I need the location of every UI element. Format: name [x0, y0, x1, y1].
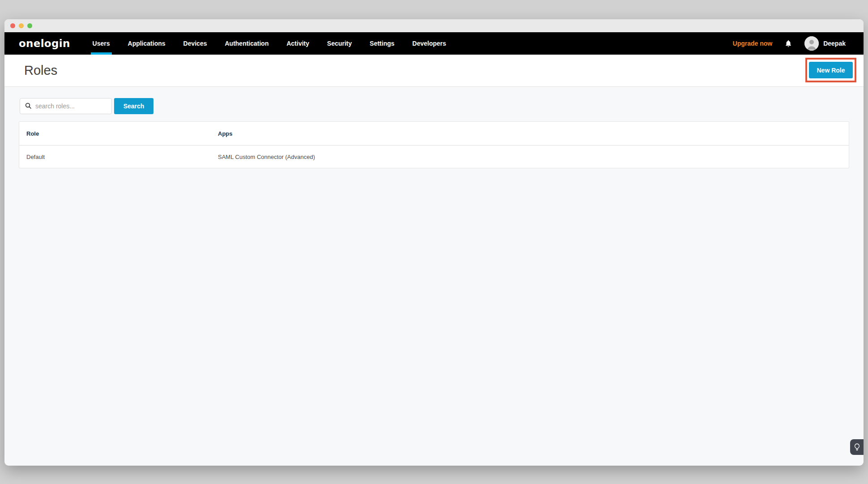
column-header-apps: Apps [218, 130, 849, 137]
upgrade-now-link[interactable]: Upgrade now [733, 40, 773, 47]
page-content: Search Role Apps Default SAML Custom Con… [4, 87, 864, 466]
role-apps-cell: SAML Custom Connector (Advanced) [218, 154, 849, 160]
zoom-window-button[interactable] [27, 23, 32, 28]
role-name-cell: Default [19, 154, 218, 160]
nav-item-users[interactable]: Users [93, 32, 110, 55]
nav-item-label: Developers [413, 40, 446, 47]
new-role-button[interactable]: New Role [809, 62, 853, 78]
nav-item-label: Authentication [225, 40, 268, 47]
nav-item-label: Devices [183, 40, 207, 47]
annotation-highlight-box: New Role [805, 58, 856, 82]
browser-window: onelogin Users Applications Devices Auth… [4, 19, 864, 466]
user-menu[interactable]: Deepak [804, 36, 846, 51]
nav-item-security[interactable]: Security [327, 32, 352, 55]
window-titlebar [4, 19, 864, 32]
nav-item-developers[interactable]: Developers [413, 32, 446, 55]
help-lightbulb-icon [854, 443, 860, 451]
roles-table-header: Role Apps [19, 122, 849, 146]
nav-item-label: Settings [370, 40, 394, 47]
desktop: onelogin Users Applications Devices Auth… [0, 0, 868, 484]
nav-item-applications[interactable]: Applications [128, 32, 166, 55]
search-roles-input[interactable] [20, 98, 112, 114]
nav-item-activity[interactable]: Activity [286, 32, 309, 55]
page-title: Roles [24, 63, 57, 78]
help-lightbulb-button[interactable] [850, 439, 864, 455]
user-avatar [804, 36, 819, 51]
minimize-window-button[interactable] [19, 23, 24, 28]
nav-item-devices[interactable]: Devices [183, 32, 207, 55]
top-navbar: onelogin Users Applications Devices Auth… [4, 32, 864, 55]
notification-bell-icon[interactable] [784, 39, 792, 48]
close-window-button[interactable] [10, 23, 15, 28]
nav-item-label: Users [93, 40, 110, 47]
user-name-label: Deepak [823, 40, 846, 47]
primary-nav: Users Applications Devices Authenticatio… [93, 32, 446, 55]
nav-item-label: Security [327, 40, 352, 47]
roles-toolbar: Search [20, 98, 864, 114]
search-field-wrapper [20, 98, 112, 114]
search-button[interactable]: Search [114, 98, 153, 114]
nav-item-label: Applications [128, 40, 166, 47]
nav-item-label: Activity [286, 40, 309, 47]
nav-item-settings[interactable]: Settings [370, 32, 394, 55]
onelogin-logo[interactable]: onelogin [19, 38, 70, 49]
column-header-role: Role [19, 130, 218, 137]
page-header: Roles New Role [4, 55, 864, 87]
table-row[interactable]: Default SAML Custom Connector (Advanced) [19, 146, 849, 168]
navbar-right-section: Upgrade now Deepak [733, 36, 846, 51]
roles-table: Role Apps Default SAML Custom Connector … [19, 121, 849, 168]
nav-item-authentication[interactable]: Authentication [225, 32, 268, 55]
search-icon [25, 102, 32, 109]
